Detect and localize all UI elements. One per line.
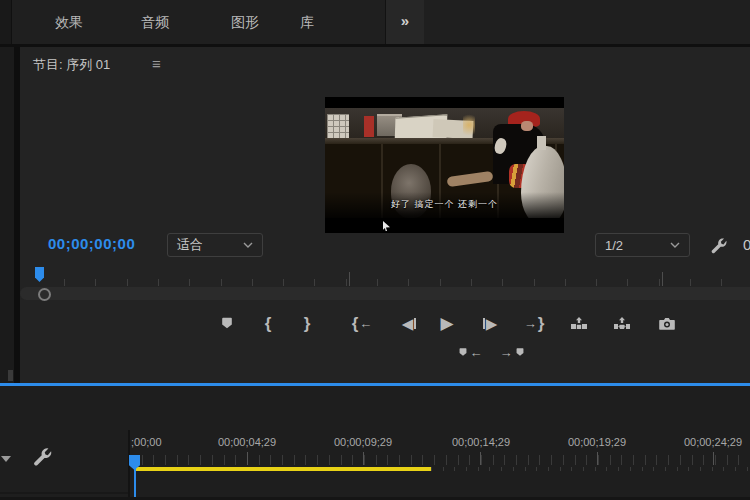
- scene-clown-face: [521, 121, 533, 131]
- ruler-label: 00;00;24;29: [684, 436, 742, 448]
- adjacent-panel-edge: [0, 47, 14, 383]
- timeline-settings-button[interactable]: [31, 445, 53, 467]
- ruler-label: ;00;00: [131, 436, 162, 448]
- current-timecode[interactable]: 00;00;00;00: [48, 235, 135, 252]
- scene-lattice-window: [327, 114, 349, 138]
- in-brace-icon: {: [352, 315, 359, 332]
- marker-icon: [515, 347, 525, 357]
- arrow-left-icon: ←: [359, 317, 372, 330]
- step-forward-bar: [483, 318, 485, 329]
- ruler-major-tick: [713, 452, 714, 465]
- timeline-ruler[interactable]: [130, 455, 750, 465]
- marker-icon: [458, 347, 468, 357]
- ruler-major-tick: [597, 452, 598, 465]
- mark-out-button[interactable]: }: [294, 310, 320, 336]
- mark-out-icon: }: [304, 315, 311, 332]
- monitor-ruler-major-tick: [349, 272, 350, 286]
- video-subtitle: 好了 搞定一个 还剩一个: [325, 198, 564, 211]
- go-to-next-marker-button[interactable]: →: [497, 342, 527, 362]
- panel-tab-bar: 效果 音频 图形 库 »: [0, 0, 750, 44]
- tab-audio[interactable]: 音频: [132, 0, 178, 44]
- premiere-window: 效果 音频 图形 库 » 节目: 序列 01 ≡: [0, 0, 750, 500]
- tab-effects[interactable]: 效果: [46, 0, 92, 44]
- panel-menu-icon[interactable]: ≡: [152, 55, 161, 72]
- playback-resolution-value: 1/2: [605, 238, 623, 253]
- tab-graphics[interactable]: 图形: [222, 0, 268, 44]
- monitor-settings-button[interactable]: [707, 234, 729, 256]
- mark-in-button[interactable]: {: [255, 310, 281, 336]
- ruler-label: 00;00;04;29: [218, 436, 276, 448]
- program-monitor-title[interactable]: 节目: 序列 01: [33, 56, 110, 74]
- export-frame-button[interactable]: [654, 310, 680, 336]
- tab-bar-left-edge: [0, 0, 12, 44]
- out-brace-icon: }: [538, 315, 545, 332]
- zoom-level-value: 适合: [177, 236, 203, 254]
- monitor-playhead[interactable]: [35, 267, 44, 282]
- ruler-label: 00;00;14;29: [452, 436, 510, 448]
- play-icon: ▶: [440, 315, 453, 332]
- go-to-out-button[interactable]: → }: [521, 310, 547, 336]
- ruler-major-tick: [363, 452, 364, 465]
- ruler-label: 00;00;09;29: [334, 436, 392, 448]
- scene-red-box: [364, 116, 374, 137]
- ruler-major-tick: [480, 452, 481, 465]
- go-to-previous-marker-button[interactable]: ←: [455, 342, 485, 362]
- scene-lamp-glow: [463, 111, 475, 139]
- mark-in-icon: {: [265, 315, 272, 332]
- program-monitor-panel: 节目: 序列 01 ≡: [20, 47, 750, 383]
- playback-resolution-select[interactable]: 1/2: [595, 233, 690, 257]
- mouse-cursor: [383, 221, 390, 231]
- lift-button[interactable]: [566, 310, 592, 336]
- camera-icon: [658, 316, 676, 331]
- ruler-major-tick: [247, 452, 248, 465]
- tab-libraries[interactable]: 库: [288, 0, 326, 44]
- chevron-down-icon: [243, 242, 253, 248]
- monitor-zoom-scrollbar-handle[interactable]: [38, 288, 51, 301]
- step-forward-button[interactable]: ▶: [477, 310, 503, 336]
- arrow-right-icon: →: [500, 346, 513, 359]
- duration-timecode-clipped: 0: [743, 236, 750, 253]
- extract-icon: [613, 316, 631, 331]
- work-area-bar[interactable]: [134, 467, 431, 471]
- lift-icon: [570, 316, 588, 331]
- video-frame[interactable]: 好了 搞定一个 还剩一个: [325, 97, 564, 233]
- wrench-icon: [709, 236, 728, 255]
- step-forward-icon: ▶: [486, 316, 498, 331]
- monitor-zoom-scrollbar[interactable]: [20, 287, 750, 300]
- tab-overflow-chevron-icon[interactable]: »: [386, 0, 424, 44]
- track-header-row-divider: [0, 492, 128, 494]
- add-marker-button[interactable]: [214, 310, 240, 336]
- chevron-down-icon: [670, 242, 680, 248]
- zoom-level-select[interactable]: 适合: [167, 233, 263, 257]
- wrench-icon: [31, 445, 53, 468]
- extract-button[interactable]: [609, 310, 635, 336]
- play-button[interactable]: ▶: [434, 310, 460, 336]
- step-back-button[interactable]: ◀: [396, 310, 422, 336]
- scene-bell-stem: [537, 136, 546, 150]
- monitor-ruler-major-tick: [662, 272, 663, 286]
- timeline-panel: ;00;00 00;00;04;29 00;00;09;29 00;00;14;…: [0, 386, 750, 500]
- chevron-down-icon[interactable]: [1, 456, 11, 462]
- ruler-label: 00;00;19;29: [568, 436, 626, 448]
- arrow-left-icon: ←: [470, 346, 483, 359]
- step-back-bar: [414, 318, 416, 329]
- step-back-icon: ◀: [402, 316, 414, 331]
- video-scene: 好了 搞定一个 还剩一个: [325, 108, 564, 218]
- monitor-scrub-ruler[interactable]: [64, 279, 750, 286]
- adjacent-panel-scrollbar[interactable]: [8, 370, 13, 381]
- ruler-subticks: [431, 467, 750, 471]
- arrow-right-icon: →: [524, 317, 537, 330]
- go-to-in-button[interactable]: { ←: [349, 310, 375, 336]
- marker-icon: [220, 316, 234, 330]
